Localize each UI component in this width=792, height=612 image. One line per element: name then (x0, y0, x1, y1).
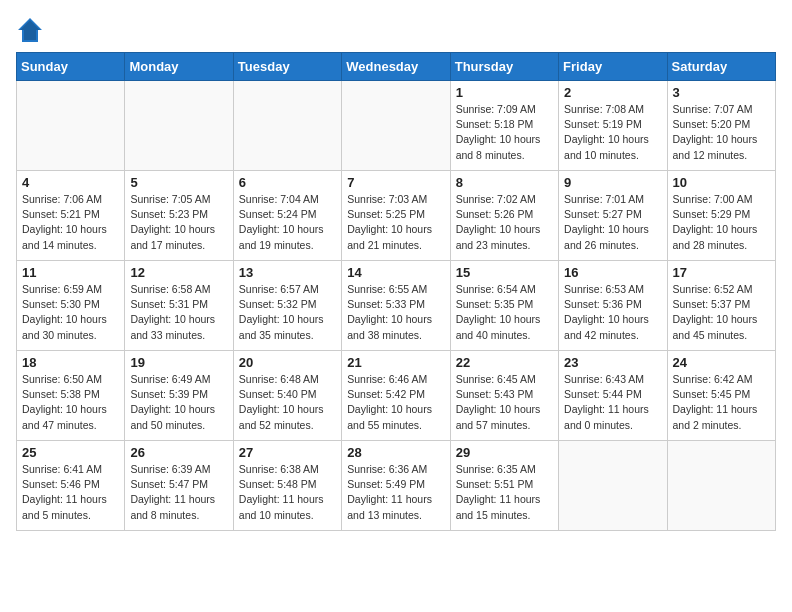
day-info: Sunrise: 7:04 AM Sunset: 5:24 PM Dayligh… (239, 192, 336, 253)
day-info: Sunrise: 6:41 AM Sunset: 5:46 PM Dayligh… (22, 462, 119, 523)
day-info: Sunrise: 6:52 AM Sunset: 5:37 PM Dayligh… (673, 282, 770, 343)
day-number: 18 (22, 355, 119, 370)
weekday-header: Sunday (17, 53, 125, 81)
calendar-cell (17, 81, 125, 171)
day-info: Sunrise: 6:48 AM Sunset: 5:40 PM Dayligh… (239, 372, 336, 433)
calendar-cell: 17Sunrise: 6:52 AM Sunset: 5:37 PM Dayli… (667, 261, 775, 351)
calendar-cell: 7Sunrise: 7:03 AM Sunset: 5:25 PM Daylig… (342, 171, 450, 261)
calendar-cell: 24Sunrise: 6:42 AM Sunset: 5:45 PM Dayli… (667, 351, 775, 441)
calendar-cell: 3Sunrise: 7:07 AM Sunset: 5:20 PM Daylig… (667, 81, 775, 171)
day-number: 7 (347, 175, 444, 190)
day-number: 29 (456, 445, 553, 460)
calendar-cell: 23Sunrise: 6:43 AM Sunset: 5:44 PM Dayli… (559, 351, 667, 441)
day-info: Sunrise: 7:01 AM Sunset: 5:27 PM Dayligh… (564, 192, 661, 253)
calendar-cell: 1Sunrise: 7:09 AM Sunset: 5:18 PM Daylig… (450, 81, 558, 171)
calendar-cell (342, 81, 450, 171)
day-number: 9 (564, 175, 661, 190)
calendar-cell: 14Sunrise: 6:55 AM Sunset: 5:33 PM Dayli… (342, 261, 450, 351)
day-info: Sunrise: 6:54 AM Sunset: 5:35 PM Dayligh… (456, 282, 553, 343)
day-info: Sunrise: 7:02 AM Sunset: 5:26 PM Dayligh… (456, 192, 553, 253)
calendar-cell: 28Sunrise: 6:36 AM Sunset: 5:49 PM Dayli… (342, 441, 450, 531)
day-number: 17 (673, 265, 770, 280)
day-number: 2 (564, 85, 661, 100)
day-info: Sunrise: 7:05 AM Sunset: 5:23 PM Dayligh… (130, 192, 227, 253)
day-info: Sunrise: 6:36 AM Sunset: 5:49 PM Dayligh… (347, 462, 444, 523)
weekday-header: Monday (125, 53, 233, 81)
weekday-header: Saturday (667, 53, 775, 81)
calendar-cell: 21Sunrise: 6:46 AM Sunset: 5:42 PM Dayli… (342, 351, 450, 441)
day-number: 26 (130, 445, 227, 460)
calendar-cell: 16Sunrise: 6:53 AM Sunset: 5:36 PM Dayli… (559, 261, 667, 351)
day-info: Sunrise: 7:09 AM Sunset: 5:18 PM Dayligh… (456, 102, 553, 163)
calendar-cell: 6Sunrise: 7:04 AM Sunset: 5:24 PM Daylig… (233, 171, 341, 261)
calendar-cell: 13Sunrise: 6:57 AM Sunset: 5:32 PM Dayli… (233, 261, 341, 351)
calendar-cell (667, 441, 775, 531)
day-number: 21 (347, 355, 444, 370)
calendar-cell: 2Sunrise: 7:08 AM Sunset: 5:19 PM Daylig… (559, 81, 667, 171)
day-info: Sunrise: 6:59 AM Sunset: 5:30 PM Dayligh… (22, 282, 119, 343)
weekday-header: Friday (559, 53, 667, 81)
calendar-cell: 10Sunrise: 7:00 AM Sunset: 5:29 PM Dayli… (667, 171, 775, 261)
day-number: 19 (130, 355, 227, 370)
day-info: Sunrise: 7:07 AM Sunset: 5:20 PM Dayligh… (673, 102, 770, 163)
calendar-cell: 22Sunrise: 6:45 AM Sunset: 5:43 PM Dayli… (450, 351, 558, 441)
calendar-cell: 20Sunrise: 6:48 AM Sunset: 5:40 PM Dayli… (233, 351, 341, 441)
weekday-header: Wednesday (342, 53, 450, 81)
day-info: Sunrise: 7:08 AM Sunset: 5:19 PM Dayligh… (564, 102, 661, 163)
day-info: Sunrise: 7:06 AM Sunset: 5:21 PM Dayligh… (22, 192, 119, 253)
calendar-cell: 11Sunrise: 6:59 AM Sunset: 5:30 PM Dayli… (17, 261, 125, 351)
day-info: Sunrise: 6:35 AM Sunset: 5:51 PM Dayligh… (456, 462, 553, 523)
day-number: 24 (673, 355, 770, 370)
page-header (16, 16, 776, 44)
day-number: 11 (22, 265, 119, 280)
day-number: 13 (239, 265, 336, 280)
calendar-cell (559, 441, 667, 531)
calendar-cell: 15Sunrise: 6:54 AM Sunset: 5:35 PM Dayli… (450, 261, 558, 351)
day-info: Sunrise: 6:50 AM Sunset: 5:38 PM Dayligh… (22, 372, 119, 433)
day-info: Sunrise: 6:43 AM Sunset: 5:44 PM Dayligh… (564, 372, 661, 433)
day-info: Sunrise: 6:55 AM Sunset: 5:33 PM Dayligh… (347, 282, 444, 343)
logo-icon (16, 16, 44, 44)
day-info: Sunrise: 7:03 AM Sunset: 5:25 PM Dayligh… (347, 192, 444, 253)
calendar-cell: 5Sunrise: 7:05 AM Sunset: 5:23 PM Daylig… (125, 171, 233, 261)
logo (16, 16, 48, 44)
day-info: Sunrise: 6:45 AM Sunset: 5:43 PM Dayligh… (456, 372, 553, 433)
calendar-cell: 26Sunrise: 6:39 AM Sunset: 5:47 PM Dayli… (125, 441, 233, 531)
day-number: 16 (564, 265, 661, 280)
calendar-week-row: 25Sunrise: 6:41 AM Sunset: 5:46 PM Dayli… (17, 441, 776, 531)
calendar-cell: 4Sunrise: 7:06 AM Sunset: 5:21 PM Daylig… (17, 171, 125, 261)
day-info: Sunrise: 6:38 AM Sunset: 5:48 PM Dayligh… (239, 462, 336, 523)
calendar-header-row: SundayMondayTuesdayWednesdayThursdayFrid… (17, 53, 776, 81)
day-number: 20 (239, 355, 336, 370)
day-number: 27 (239, 445, 336, 460)
calendar-cell (233, 81, 341, 171)
day-info: Sunrise: 6:46 AM Sunset: 5:42 PM Dayligh… (347, 372, 444, 433)
day-info: Sunrise: 6:53 AM Sunset: 5:36 PM Dayligh… (564, 282, 661, 343)
day-number: 5 (130, 175, 227, 190)
calendar-cell: 9Sunrise: 7:01 AM Sunset: 5:27 PM Daylig… (559, 171, 667, 261)
day-number: 28 (347, 445, 444, 460)
calendar-cell: 18Sunrise: 6:50 AM Sunset: 5:38 PM Dayli… (17, 351, 125, 441)
day-info: Sunrise: 7:00 AM Sunset: 5:29 PM Dayligh… (673, 192, 770, 253)
day-number: 15 (456, 265, 553, 280)
calendar-cell: 8Sunrise: 7:02 AM Sunset: 5:26 PM Daylig… (450, 171, 558, 261)
calendar-cell: 19Sunrise: 6:49 AM Sunset: 5:39 PM Dayli… (125, 351, 233, 441)
day-number: 25 (22, 445, 119, 460)
day-number: 10 (673, 175, 770, 190)
calendar-cell: 29Sunrise: 6:35 AM Sunset: 5:51 PM Dayli… (450, 441, 558, 531)
day-info: Sunrise: 6:49 AM Sunset: 5:39 PM Dayligh… (130, 372, 227, 433)
day-number: 8 (456, 175, 553, 190)
calendar-cell: 27Sunrise: 6:38 AM Sunset: 5:48 PM Dayli… (233, 441, 341, 531)
day-number: 4 (22, 175, 119, 190)
calendar-cell: 12Sunrise: 6:58 AM Sunset: 5:31 PM Dayli… (125, 261, 233, 351)
day-number: 6 (239, 175, 336, 190)
calendar-table: SundayMondayTuesdayWednesdayThursdayFrid… (16, 52, 776, 531)
calendar-week-row: 18Sunrise: 6:50 AM Sunset: 5:38 PM Dayli… (17, 351, 776, 441)
calendar-week-row: 4Sunrise: 7:06 AM Sunset: 5:21 PM Daylig… (17, 171, 776, 261)
day-number: 14 (347, 265, 444, 280)
day-info: Sunrise: 6:58 AM Sunset: 5:31 PM Dayligh… (130, 282, 227, 343)
calendar-week-row: 1Sunrise: 7:09 AM Sunset: 5:18 PM Daylig… (17, 81, 776, 171)
calendar-week-row: 11Sunrise: 6:59 AM Sunset: 5:30 PM Dayli… (17, 261, 776, 351)
day-number: 1 (456, 85, 553, 100)
calendar-cell (125, 81, 233, 171)
